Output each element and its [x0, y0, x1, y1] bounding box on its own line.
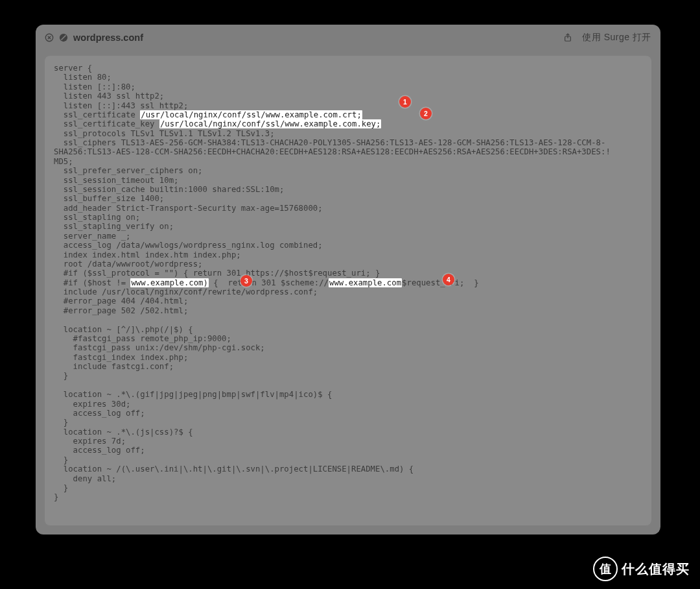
highlight-ssl-crt: /usr/local/nginx/conf/ssl/www.example.co… — [140, 110, 362, 119]
annotation-badge-4: 4 — [443, 274, 454, 285]
titlebar-left: wordpress.conf — [45, 32, 143, 43]
cancel-icon[interactable] — [59, 33, 68, 42]
highlight-host-2: www.example.com — [329, 278, 402, 287]
watermark-text: 什么值得买 — [622, 560, 700, 578]
code-segment: ssl_protocols TLSv1 TLSv1.1 TLSv1.2 TLSv… — [54, 129, 611, 287]
quicklook-window: wordpress.conf 使用 Surge 打开 server { list… — [36, 25, 660, 535]
watermark: 值 什么值得买 — [593, 557, 700, 581]
window-title: wordpress.conf — [73, 32, 143, 43]
code-segment: ssl_certificate_key — [54, 119, 159, 128]
code-segment: $request_uri; } include /usr/local/nginx… — [54, 278, 479, 502]
titlebar: wordpress.conf 使用 Surge 打开 — [36, 25, 660, 51]
annotation-badge-2: 2 — [420, 108, 432, 119]
file-content: server { listen 80; listen [::]:80; list… — [45, 56, 651, 525]
watermark-logo-icon: 值 — [593, 557, 618, 581]
highlight-host-1: www.example.com) — [130, 278, 208, 287]
annotation-badge-1: 1 — [399, 96, 411, 108]
share-icon[interactable] — [563, 32, 573, 43]
titlebar-right: 使用 Surge 打开 — [563, 32, 651, 43]
annotation-badge-3: 3 — [240, 275, 252, 287]
open-with-button[interactable]: 使用 Surge 打开 — [582, 32, 651, 43]
close-icon[interactable] — [45, 33, 54, 42]
highlight-ssl-key: /usr/local/nginx/conf/ssl/www.example.co… — [159, 119, 382, 128]
code-segment: { return 301 $scheme:// — [209, 278, 329, 287]
